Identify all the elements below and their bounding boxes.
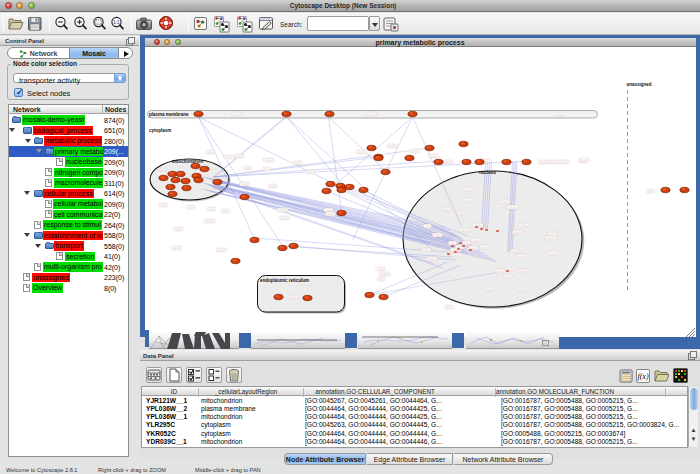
svg-text:endoplasmic reticulum: endoplasmic reticulum xyxy=(260,278,309,283)
svg-text:cytoplasm: cytoplasm xyxy=(149,128,171,133)
svg-text:1:1: 1:1 xyxy=(113,20,120,25)
svg-text:unassigned: unassigned xyxy=(626,82,651,87)
svg-text:nucleus: nucleus xyxy=(478,170,496,175)
svg-text:plasma membrane: plasma membrane xyxy=(149,112,189,117)
svg-text:mitochondrion: mitochondrion xyxy=(171,159,203,164)
